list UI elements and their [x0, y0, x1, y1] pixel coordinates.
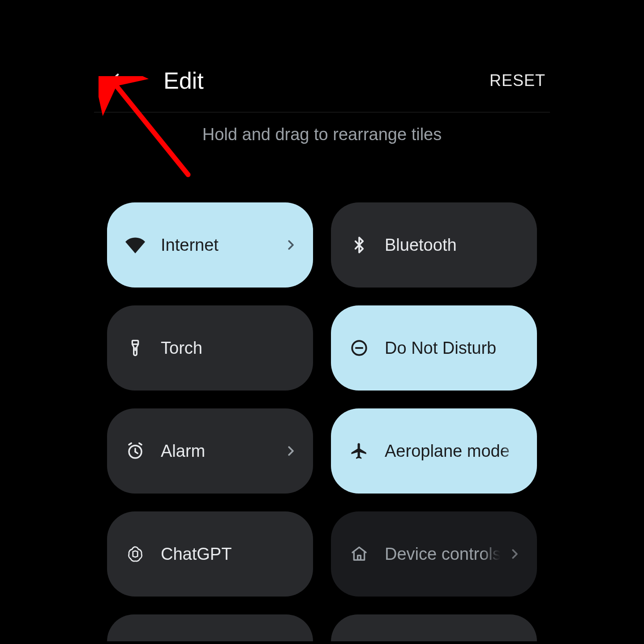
tile-peek[interactable]: [107, 614, 313, 641]
tile-device-controls[interactable]: Device controls: [331, 511, 537, 597]
tile-peek[interactable]: [331, 614, 537, 641]
tile-label: Alarm: [161, 442, 276, 461]
tile-label: Device controls: [385, 545, 500, 564]
tile-label: Torch: [161, 339, 296, 358]
tile-internet[interactable]: Internet: [107, 202, 313, 288]
chevron-right-icon: [282, 442, 300, 460]
back-button[interactable]: [105, 67, 132, 94]
page-title: Edit: [163, 67, 204, 94]
svg-line-9: [139, 443, 142, 445]
torch-icon: [124, 337, 146, 359]
tiles-grid: Internet Bluetooth Torch: [0, 202, 644, 597]
tile-label: Aeroplane mode: [385, 442, 520, 461]
subtitle: Hold and drag to rearrange tiles: [0, 125, 644, 144]
tile-bluetooth[interactable]: Bluetooth: [331, 202, 537, 288]
arrow-left-icon: [108, 70, 129, 91]
bluetooth-icon: [348, 234, 370, 256]
tile-aeroplane[interactable]: Aeroplane mode: [331, 408, 537, 494]
tile-label: Do Not Disturb: [385, 339, 520, 358]
reset-button[interactable]: RESET: [489, 71, 545, 90]
tile-alarm[interactable]: Alarm: [107, 408, 313, 494]
chevron-right-icon: [506, 545, 524, 563]
tile-label: ChatGPT: [161, 545, 296, 564]
divider: [94, 112, 550, 112]
tile-torch[interactable]: Torch: [107, 305, 313, 391]
dnd-icon: [348, 337, 370, 359]
tile-chatgpt[interactable]: ChatGPT: [107, 511, 313, 597]
header-bar: Edit RESET: [0, 63, 644, 99]
svg-rect-10: [358, 555, 361, 560]
svg-line-8: [129, 443, 131, 445]
chevron-right-icon: [282, 236, 300, 254]
tiles-next-row-peek: [0, 614, 644, 641]
airplane-icon: [348, 440, 370, 462]
tile-label: Internet: [161, 236, 276, 255]
tile-label: Bluetooth: [385, 236, 520, 255]
svg-line-7: [135, 452, 137, 454]
svg-rect-1: [132, 340, 138, 344]
home-icon: [348, 543, 370, 565]
tile-dnd[interactable]: Do Not Disturb: [331, 305, 537, 391]
alarm-icon: [124, 440, 146, 462]
wifi-icon: [124, 234, 146, 256]
chatgpt-icon: [124, 543, 146, 565]
